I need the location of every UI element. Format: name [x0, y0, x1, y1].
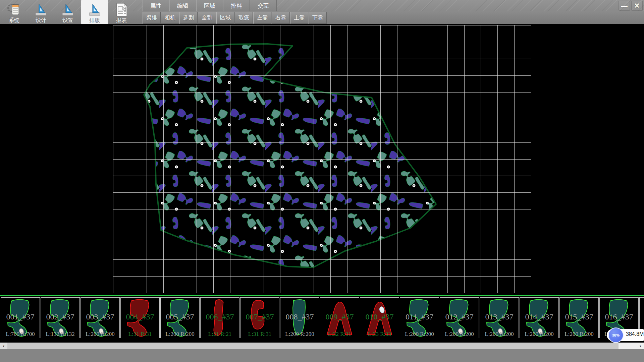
scroll-left-icon[interactable]: ‹: [0, 343, 7, 349]
part-cell[interactable]: 015_#37 L:200 R:200: [559, 297, 599, 338]
part-id-label: 016_#37: [600, 312, 638, 321]
tool-cut-all[interactable]: 全割: [198, 12, 216, 24]
scroll-right-icon[interactable]: ›: [637, 343, 644, 349]
part-lr-count-label: L:33 R:33: [360, 331, 399, 338]
gear-doc-icon: [7, 2, 21, 17]
tool-select-cut[interactable]: 选割: [179, 12, 198, 24]
part-cell[interactable]: 009_#37 L:32 R:31: [320, 297, 359, 338]
tool-align-bottom[interactable]: 下靠: [309, 12, 327, 24]
nesting-app-window: 系统 设计: [0, 0, 644, 362]
part-lr-count-label: L:200 R:200: [280, 331, 319, 338]
part-cell[interactable]: 007_#37 L:31 R:31: [240, 297, 279, 338]
part-id-label: 014_#37: [520, 312, 558, 321]
close-button[interactable]: ✕: [631, 1, 643, 11]
menu-tab-nesting[interactable]: 排料: [223, 0, 250, 11]
part-lr-count-label: L:32 R:31: [320, 331, 359, 338]
status-bar: [0, 349, 644, 362]
part-id-label: 003_#37: [81, 312, 119, 321]
main-toolbar-label: 设计: [36, 17, 46, 23]
part-id-label: 012_#37: [440, 312, 479, 321]
toolbar: 系统 设计: [0, 0, 644, 24]
parts-strip: 001_#37 L:700 R:700 002_#37 L:132 R:132 …: [0, 294, 644, 343]
minimize-button[interactable]: —: [619, 1, 630, 11]
part-id-label: 013_#37: [480, 312, 519, 321]
part-cell[interactable]: 014_#37 L:200 R:200: [520, 297, 559, 338]
tool-cluster-nest[interactable]: 聚排: [143, 12, 161, 24]
part-lr-count-label: L:31 R:31: [121, 331, 159, 338]
system-button[interactable]: 系统: [1, 0, 28, 24]
scrollbar-thumb[interactable]: [7, 343, 619, 349]
triangle-ruler-icon: [34, 2, 48, 17]
menu-tabs: 属性 编辑 区域 排料 交互: [143, 0, 277, 11]
settings-button[interactable]: 设置: [54, 0, 81, 24]
report-doc-icon: [114, 2, 129, 17]
main-toolbar-label: 排版: [89, 17, 100, 23]
part-cell[interactable]: 013_#37 L:200 R:200: [480, 297, 519, 338]
part-id-label: 001_#37: [1, 312, 40, 321]
tool-align-top[interactable]: 上靠: [290, 12, 308, 24]
part-lr-count-label: L:21 R:21: [201, 331, 239, 338]
part-lr-count-label: L:200 R:200: [161, 331, 199, 338]
part-cell[interactable]: 005_#37 L:200 R:200: [160, 297, 200, 338]
menu-tab-properties[interactable]: 属性: [143, 0, 169, 11]
parts-list: 001_#37 L:700 R:700 002_#37 L:132 R:132 …: [1, 297, 644, 338]
part-lr-count-label: L:700 R:700: [1, 331, 40, 338]
memory-usage-label: 384.8M: [626, 331, 644, 337]
part-id-label: 011_#37: [400, 312, 439, 321]
part-lr-count-label: L:200 R:200: [440, 331, 479, 338]
main-toolbar: 系统 设计: [1, 0, 135, 24]
part-id-label: 008_#37: [280, 312, 319, 321]
part-cell[interactable]: 004_#37 L:31 R:31: [120, 297, 160, 338]
triangle-ruler-icon: [87, 2, 102, 17]
part-lr-count-label: L:200 R:200: [520, 331, 558, 338]
part-cell[interactable]: 010_#37 L:33 R:33: [360, 297, 399, 338]
menu-tab-region[interactable]: 区域: [196, 0, 223, 11]
tool-defect[interactable]: 瑕疵: [235, 12, 253, 24]
part-lr-count-label: L:200 R:200: [81, 331, 119, 338]
strip-separator-line: [0, 295, 644, 296]
part-cell[interactable]: 011_#37 L:200 R:200: [400, 297, 439, 338]
tool-buttons: 聚排 相机 选割 全割 区域 瑕疵 左靠 右靠 上靠 下靠: [143, 12, 327, 24]
part-lr-count-label: L:200 R:200: [560, 331, 598, 338]
progress-percent-label: 38%: [612, 333, 620, 337]
part-cell[interactable]: 002_#37 L:132 R:132: [41, 297, 80, 338]
main-toolbar-label: 设置: [62, 17, 73, 23]
part-id-label: 006_#37: [201, 312, 239, 321]
tool-align-right[interactable]: 右靠: [272, 12, 290, 24]
part-cell[interactable]: 008_#37 L:200 R:200: [280, 297, 319, 338]
part-id-label: 004_#37: [121, 312, 159, 321]
menu-tab-interact[interactable]: 交互: [250, 0, 277, 11]
part-cell[interactable]: 012_#37 L:200 R:200: [440, 297, 479, 338]
part-id-label: 0: [640, 312, 644, 321]
part-id-label: 009_#37: [320, 312, 359, 321]
menu-tab-edit[interactable]: 编辑: [169, 0, 196, 11]
window-controls: — ✕: [619, 1, 643, 11]
tool-align-left[interactable]: 左靠: [253, 12, 271, 24]
horizontal-scrollbar[interactable]: ‹ ›: [0, 343, 644, 349]
part-lr-count-label: L:200 R:200: [400, 331, 439, 338]
part-id-label: 005_#37: [161, 312, 199, 321]
part-id-label: 007_#37: [240, 312, 279, 321]
design-button[interactable]: 设计: [28, 0, 54, 24]
main-toolbar-label: 报表: [116, 17, 127, 23]
part-lr-count-label: L:200 R:200: [480, 331, 519, 338]
part-cell[interactable]: 001_#37 L:700 R:700: [1, 297, 40, 338]
progress-circle: 38%: [608, 327, 624, 343]
report-button[interactable]: 报表: [108, 0, 135, 24]
part-id-label: 002_#37: [41, 312, 79, 321]
part-lr-count-label: L:132 R:132: [41, 331, 79, 338]
part-cell[interactable]: 003_#37 L:200 R:200: [80, 297, 120, 338]
part-cell[interactable]: 006_#37 L:21 R:21: [200, 297, 239, 338]
layout-button-active[interactable]: 排版: [81, 0, 108, 24]
part-lr-count-label: L:31 R:31: [240, 331, 279, 338]
main-toolbar-label: 系统: [9, 17, 19, 23]
triangle-ruler-icon: [60, 2, 75, 17]
part-id-label: 010_#37: [360, 312, 399, 321]
part-id-label: 015_#37: [560, 312, 598, 321]
tool-region[interactable]: 区域: [216, 12, 234, 24]
leather-hide-outline[interactable]: [144, 44, 436, 267]
tool-camera[interactable]: 相机: [161, 12, 179, 24]
